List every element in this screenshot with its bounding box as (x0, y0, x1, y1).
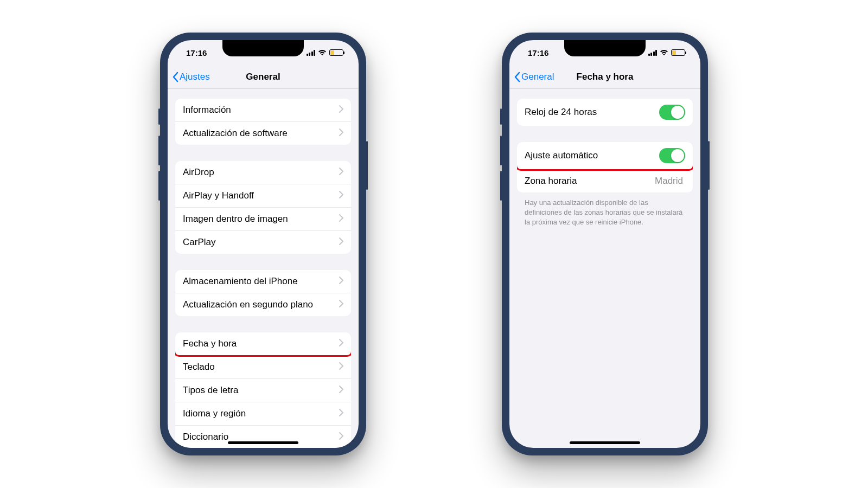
row-ajuste-automatico[interactable]: Ajuste automático (517, 142, 693, 170)
row-label: CarPlay (183, 237, 339, 248)
row-label: Actualización en segundo plano (183, 299, 339, 310)
cellular-signal-icon (648, 50, 658, 56)
back-button[interactable]: Ajustes (172, 72, 210, 82)
chevron-right-icon (339, 167, 343, 178)
chevron-right-icon (339, 214, 343, 224)
settings-group-auto: Ajuste automático Zona horaria Madrid (517, 142, 693, 192)
back-button[interactable]: General (514, 72, 554, 82)
status-time: 17:16 (528, 48, 548, 57)
row-label: Almacenamiento del iPhone (183, 276, 339, 287)
row-label: Ajuste automático (525, 150, 659, 161)
notch (222, 40, 304, 56)
page-title: General (246, 72, 280, 82)
row-label: Zona horaria (525, 176, 655, 187)
chevron-right-icon (339, 276, 343, 287)
row-reloj-24h[interactable]: Reloj de 24 horas (517, 99, 693, 126)
phone-left: 17:16 Ajustes General Información (160, 33, 366, 455)
phone-right: 17:16 General Fecha y hora Reloj de 24 h… (502, 33, 708, 455)
chevron-right-icon (339, 299, 343, 310)
row-label: AirDrop (183, 167, 339, 178)
cellular-signal-icon (307, 50, 316, 56)
notch (564, 40, 646, 56)
row-idioma[interactable]: Idioma y región (175, 402, 351, 426)
settings-group-3: Almacenamiento del iPhone Actualización … (175, 270, 351, 316)
chevron-left-icon (172, 72, 178, 82)
chevron-right-icon (339, 128, 343, 139)
home-indicator[interactable] (228, 441, 298, 444)
row-actualizacion-software[interactable]: Actualización de software (175, 122, 351, 145)
battery-icon (329, 49, 343, 56)
volume-down-button[interactable] (500, 171, 502, 201)
settings-group-1: Información Actualización de software (175, 99, 351, 145)
volume-down-button[interactable] (158, 171, 160, 201)
row-label: Imagen dentro de imagen (183, 214, 339, 224)
power-button[interactable] (708, 141, 710, 190)
mute-switch[interactable] (158, 108, 160, 125)
row-zona-horaria[interactable]: Zona horaria Madrid (517, 170, 693, 192)
row-carplay[interactable]: CarPlay (175, 231, 351, 254)
row-label: Idioma y región (183, 408, 339, 419)
chevron-right-icon (339, 362, 343, 373)
chevron-left-icon (514, 72, 520, 82)
row-label: Diccionario (183, 432, 339, 442)
back-label: Ajustes (180, 72, 210, 82)
row-label: Actualización de software (183, 128, 339, 139)
row-label: Información (183, 105, 339, 115)
mute-switch[interactable] (500, 108, 502, 125)
row-actualizacion-fondo[interactable]: Actualización en segundo plano (175, 293, 351, 316)
chevron-right-icon (339, 385, 343, 396)
settings-group-2: AirDrop AirPlay y Handoff Imagen dentro … (175, 161, 351, 254)
row-informacion[interactable]: Información (175, 99, 351, 122)
row-diccionario[interactable]: Diccionario (175, 426, 351, 448)
home-indicator[interactable] (570, 441, 640, 444)
back-label: General (521, 72, 554, 82)
power-button[interactable] (366, 141, 368, 190)
nav-bar: Ajustes General (168, 65, 359, 89)
chevron-right-icon (339, 408, 343, 419)
row-airdrop[interactable]: AirDrop (175, 161, 351, 184)
settings-group-4: Fecha y hora Teclado Tipos de letra Idio… (175, 332, 351, 448)
status-time: 17:16 (186, 48, 207, 57)
chevron-right-icon (339, 190, 343, 201)
wifi-icon (660, 49, 668, 56)
settings-group-clock: Reloj de 24 horas (517, 99, 693, 126)
row-tipos-letra[interactable]: Tipos de letra (175, 379, 351, 402)
chevron-right-icon (339, 237, 343, 248)
chevron-right-icon (339, 432, 343, 442)
volume-up-button[interactable] (500, 136, 502, 165)
footer-note: Hay una actualización disponible de las … (509, 198, 700, 228)
volume-up-button[interactable] (158, 136, 160, 165)
row-value: Madrid (655, 176, 683, 187)
page-title: Fecha y hora (577, 72, 634, 82)
row-label: Teclado (183, 362, 339, 373)
battery-icon (671, 49, 685, 56)
row-label: Tipos de letra (183, 385, 339, 396)
row-airplay[interactable]: AirPlay y Handoff (175, 184, 351, 208)
chevron-right-icon (339, 105, 343, 115)
toggle-switch[interactable] (659, 148, 685, 163)
chevron-right-icon (339, 338, 343, 349)
row-fecha-hora[interactable]: Fecha y hora (175, 332, 351, 356)
row-teclado[interactable]: Teclado (175, 356, 351, 379)
nav-bar: General Fecha y hora (509, 65, 700, 89)
toggle-switch[interactable] (659, 105, 685, 120)
row-almacenamiento[interactable]: Almacenamiento del iPhone (175, 270, 351, 293)
row-pip[interactable]: Imagen dentro de imagen (175, 208, 351, 231)
wifi-icon (318, 49, 327, 56)
row-label: Fecha y hora (183, 338, 339, 349)
row-label: AirPlay y Handoff (183, 190, 339, 201)
row-label: Reloj de 24 horas (525, 107, 659, 118)
